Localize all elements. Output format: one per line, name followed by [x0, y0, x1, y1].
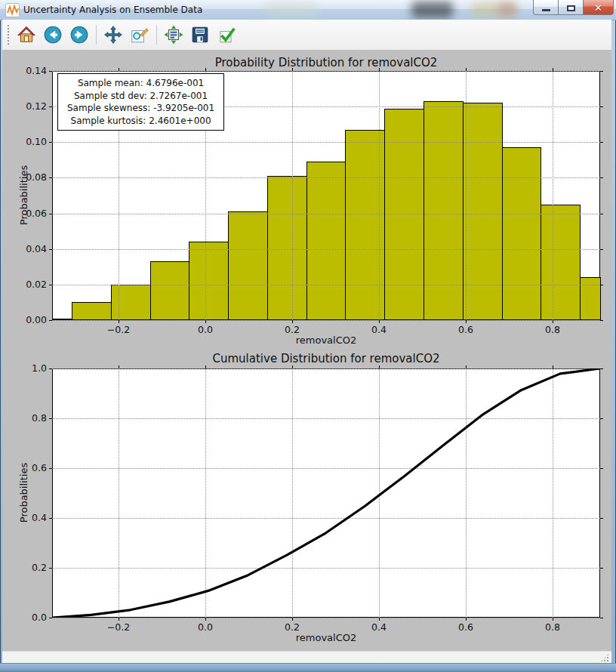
histogram-bar — [580, 277, 601, 320]
y-tick-mark — [49, 214, 52, 214]
app-window: Uncertainty Analysis on Ensemble Data ✕ — [0, 0, 616, 672]
histogram-bar — [150, 261, 189, 320]
y-tick-mark — [49, 177, 52, 178]
x-tick-mark — [379, 68, 380, 71]
x-tick-mark — [119, 68, 119, 71]
toolbar-buttons — [14, 23, 241, 47]
y-gridline — [52, 214, 600, 214]
y-tick-mark — [600, 71, 603, 72]
y-tick-label: 0.00 — [11, 314, 47, 325]
x-gridline — [292, 71, 293, 320]
subplots-icon — [164, 25, 183, 45]
y-gridline — [52, 142, 600, 143]
stat-mean: Sample mean: 4.6796e-001 — [67, 77, 214, 90]
histogram-bar — [72, 302, 112, 320]
x-tick-mark — [292, 68, 293, 71]
y-tick-label: 0.08 — [11, 171, 47, 183]
maximize-icon — [567, 5, 575, 11]
y-tick-mark — [600, 468, 603, 469]
x-tick-mark — [553, 365, 553, 368]
toolbar-separator — [156, 25, 157, 45]
y-tick-label: 0.06 — [11, 208, 47, 219]
x-tick-mark — [292, 320, 293, 323]
close-button[interactable]: ✕ — [583, 0, 614, 15]
histogram-bar — [228, 211, 268, 320]
window-frame-bottom — [0, 663, 616, 672]
y-tick-label: 0.10 — [11, 136, 47, 147]
histogram-bar — [541, 205, 581, 320]
sample-stats-box: Sample mean: 4.6796e-001 Sample std dev:… — [57, 73, 224, 131]
x-tick-label: −0.2 — [99, 621, 138, 633]
minimize-icon — [542, 9, 550, 11]
y-tick-mark — [49, 518, 52, 519]
apply-check-button[interactable] — [214, 23, 239, 47]
x-tick-mark — [205, 68, 206, 71]
stat-skewness: Sample skewness: -3.9205e-001 — [67, 102, 214, 115]
green-check-icon — [217, 25, 236, 45]
cdf-xlabel: removalCO2 — [52, 632, 600, 643]
close-icon: ✕ — [594, 2, 602, 14]
x-tick-label: −0.2 — [99, 324, 138, 335]
home-button[interactable] — [14, 23, 38, 47]
x-tick-label: 0.8 — [533, 621, 572, 633]
minimize-button[interactable] — [533, 0, 559, 15]
y-tick-mark — [600, 106, 603, 107]
y-tick-mark — [600, 177, 603, 178]
histogram-axes[interactable]: Sample mean: 4.6796e-001 Sample std dev:… — [52, 71, 600, 320]
y-tick-mark — [600, 249, 603, 250]
y-tick-label: 1.0 — [11, 362, 47, 374]
x-tick-label: 0.0 — [186, 621, 225, 633]
y-tick-mark — [600, 568, 603, 569]
figure-canvas[interactable]: Probability Distribution for removalCO2 … — [2, 50, 611, 651]
y-tick-mark — [49, 285, 52, 285]
aero-blur-artifact — [264, 3, 317, 17]
pan-button[interactable] — [101, 23, 125, 47]
maximize-button[interactable] — [558, 0, 584, 15]
y-gridline — [52, 71, 600, 72]
titlebar[interactable]: Uncertainty Analysis on Ensemble Data ✕ — [0, 0, 616, 20]
toolbar-drag-handle[interactable] — [7, 24, 11, 45]
x-tick-mark — [466, 365, 467, 368]
zoom-edit-button[interactable] — [128, 23, 152, 47]
x-tick-mark — [119, 365, 119, 368]
y-gridline — [52, 249, 600, 250]
x-gridline — [379, 71, 380, 320]
histogram-bar — [189, 242, 229, 320]
home-icon — [17, 25, 36, 45]
x-tick-mark — [119, 320, 119, 323]
x-gridline — [553, 71, 553, 320]
cdf-ylabel: Probabilities — [18, 418, 29, 569]
histogram-bar — [111, 285, 151, 320]
aero-blur-artifact — [498, 3, 516, 17]
histogram-bar — [424, 101, 464, 320]
aero-blur-artifact — [411, 2, 453, 18]
x-tick-label: 0.2 — [273, 621, 312, 633]
y-tick-mark — [600, 320, 603, 321]
forward-arrow-icon — [69, 25, 89, 45]
y-tick-label: 0.02 — [11, 279, 47, 290]
forward-button[interactable] — [67, 23, 91, 47]
y-tick-mark — [49, 468, 52, 469]
x-tick-label: 0.6 — [446, 621, 485, 633]
cdf-title: Cumulative Distribution for removalCO2 — [52, 352, 600, 365]
x-tick-mark — [553, 68, 553, 71]
y-tick-mark — [49, 71, 52, 72]
cdf-axes[interactable]: −0.20.00.20.40.60.80.00.20.40.60.81.0 — [52, 368, 600, 618]
histogram-bar — [267, 176, 307, 320]
cdf-curve — [52, 368, 600, 618]
y-tick-label: 0.12 — [11, 100, 47, 112]
back-button[interactable] — [41, 23, 65, 47]
x-tick-mark — [553, 320, 553, 323]
window-title: Uncertainty Analysis on Ensemble Data — [23, 0, 202, 20]
resize-grip[interactable] — [600, 653, 609, 662]
y-tick-label: 0.14 — [11, 65, 47, 76]
x-tick-mark — [379, 320, 380, 323]
x-tick-mark — [466, 320, 467, 323]
save-button[interactable] — [188, 23, 212, 47]
x-tick-mark — [205, 365, 206, 368]
pan-arrows-icon — [103, 25, 123, 45]
x-tick-mark — [292, 618, 293, 621]
x-tick-mark — [466, 618, 467, 621]
configure-subplots-button[interactable] — [162, 23, 186, 47]
zoom-pencil-icon — [130, 25, 149, 45]
